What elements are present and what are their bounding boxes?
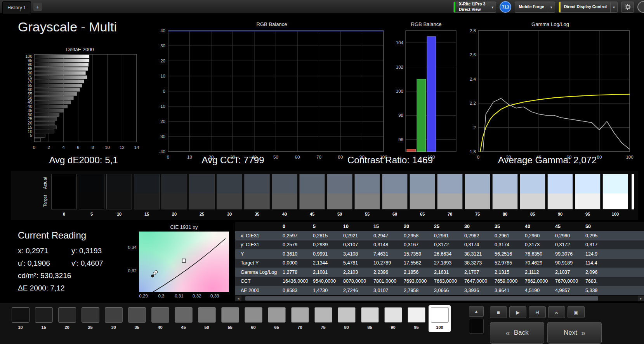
cie-diagram [139, 232, 229, 292]
scrollbar-track[interactable] [241, 296, 638, 301]
table-column-header: 20 [400, 224, 430, 229]
comparator-end-marker [632, 174, 634, 209]
pattern-label: 10 [18, 325, 23, 330]
actual-swatch [300, 174, 325, 194]
stat-contrast: Contrast Ratio: 1469 [328, 155, 452, 166]
pattern-button-75[interactable]: 75 [312, 305, 334, 332]
pattern-button-15[interactable]: 15 [33, 305, 55, 332]
continuous-icon: ∞ [555, 309, 558, 315]
table-cell: 7801,0000 [370, 278, 400, 284]
grayscale-comparator: Actual Target 05101520253035404550556065… [11, 171, 638, 220]
topbar: History 1 + X-Rite i1Pro 3 Direct View ▾… [0, 0, 644, 14]
cie-x-tick: 0,31 [175, 294, 183, 298]
pattern-button-35[interactable]: 35 [126, 305, 148, 332]
reading-x: x: 0,2971 [18, 247, 71, 259]
actual-swatch [575, 174, 600, 194]
target-swatch [272, 194, 297, 209]
display-control-selector[interactable]: Direct Display Control ▾ [559, 2, 618, 13]
svg-text:6: 6 [77, 145, 79, 150]
corner-button[interactable] [637, 1, 644, 13]
pattern-label: 85 [367, 325, 372, 330]
reading-luminance: cd/m²: 530,3216 [18, 271, 71, 284]
table-cell: 99,3076 [551, 251, 582, 257]
comparator-swatch-35: 35 [244, 174, 270, 216]
table-header-row: 05101520253035404550 [235, 222, 644, 231]
table-column-header: 0 [279, 224, 309, 229]
back-button[interactable]: « Back [490, 322, 544, 344]
next-button[interactable]: Next » [547, 322, 602, 344]
pattern-button-40[interactable]: 40 [149, 305, 171, 332]
chevron-down-icon[interactable]: ▾ [489, 2, 496, 12]
pattern-button-60[interactable]: 60 [242, 305, 264, 332]
display-control-label: Direct Display Control [561, 4, 610, 10]
comparator-swatch-60: 60 [382, 174, 408, 216]
pattern-button-70[interactable]: 70 [289, 305, 311, 332]
gamma-plot: 1,822,22,42,62,8020406080100 [466, 28, 635, 163]
pattern-level-buttons: 101520253035404550556065707580859095100 [9, 305, 451, 332]
pattern-label: 15 [41, 325, 46, 330]
black-pattern-button[interactable] [469, 319, 484, 334]
results-table: 05101520253035404550x: CIE310,25970,2815… [235, 222, 644, 295]
comparator-swatch-25: 25 [189, 174, 215, 216]
table-column-header: 25 [430, 224, 460, 229]
pattern-button-45[interactable]: 45 [172, 305, 194, 332]
meter-selector[interactable]: X-Rite i1Pro 3 Direct View ▾ [453, 2, 496, 13]
continuous-button[interactable]: ∞ [548, 306, 565, 318]
pattern-button-90[interactable]: 90 [382, 305, 404, 332]
target-swatch [189, 194, 214, 209]
app-root: History 1 + X-Rite i1Pro 3 Direct View ▾… [0, 0, 644, 344]
scrollbar-thumb[interactable] [245, 296, 598, 301]
chevron-down-icon[interactable]: ▾ [610, 2, 617, 12]
pattern-button-95[interactable]: 95 [405, 305, 427, 332]
svg-text:2,2: 2,2 [470, 101, 476, 105]
add-tab-button[interactable]: + [33, 3, 42, 11]
svg-text:40: 40 [160, 28, 165, 33]
pattern-label: 20 [64, 325, 69, 330]
comparator-swatch-20: 20 [161, 174, 187, 216]
table-cell: 5,339 [582, 288, 612, 293]
pattern-button-85[interactable]: 85 [359, 305, 381, 332]
scroll-left-button[interactable]: ◄ [235, 296, 241, 301]
row-label: Gamma Log/Log [235, 270, 279, 275]
settings-button[interactable] [621, 2, 634, 13]
cie-chart-title: CIE 1931 xy [139, 224, 229, 230]
pattern-button-10[interactable]: 10 [9, 305, 31, 332]
pattern-swatch [408, 307, 425, 323]
table-cell: 52,9785 [491, 260, 521, 266]
pattern-button-80[interactable]: 80 [335, 305, 358, 332]
cie-y-tick: 0,32 [128, 268, 137, 273]
gear-icon [625, 4, 631, 10]
svg-text:-10: -10 [159, 104, 165, 109]
table-cell: 76,6350 [521, 251, 551, 257]
stop-button[interactable]: ■ [490, 306, 507, 318]
pattern-button-65[interactable]: 65 [266, 305, 288, 332]
table-cell: 2,7958 [400, 288, 430, 293]
pattern-window-button[interactable]: H [529, 306, 546, 318]
pattern-scroll-up-button[interactable]: ▲ [469, 306, 484, 317]
pattern-button-50[interactable]: 50 [196, 305, 218, 332]
pattern-swatch [198, 307, 216, 323]
pattern-button-100[interactable]: 100 [429, 305, 451, 332]
history-tab[interactable]: History 1 [2, 1, 31, 14]
pattern-button-30[interactable]: 30 [102, 305, 125, 332]
table-cell: 15,7359 [400, 251, 430, 257]
table-row: ΔE 20000,85831,47302,72463,01072,79583,0… [235, 286, 644, 295]
scroll-right-button[interactable]: ► [638, 296, 644, 301]
play-button[interactable]: ▶ [509, 306, 526, 318]
back-label: Back [514, 329, 529, 337]
cie-y-tick: 0,34 [128, 245, 137, 250]
target-swatch [217, 194, 242, 209]
swatch-level-label: 75 [465, 212, 490, 216]
table-cell: 3,4108 [339, 251, 370, 257]
svg-text:2: 2 [474, 125, 476, 130]
pattern-button-20[interactable]: 20 [56, 305, 78, 332]
chevron-down-icon[interactable]: ▾ [548, 2, 555, 12]
source-selector[interactable]: Mobile Forge ▾ [515, 2, 555, 13]
table-cell: 0,3174 [491, 242, 521, 247]
capture-button[interactable]: ▣ [568, 306, 585, 318]
pattern-label: 50 [204, 325, 209, 330]
table-cell: 0,3167 [400, 242, 430, 247]
pattern-button-25[interactable]: 25 [79, 305, 101, 332]
table-cell: 0,2815 [309, 233, 339, 239]
pattern-button-55[interactable]: 55 [219, 305, 241, 332]
